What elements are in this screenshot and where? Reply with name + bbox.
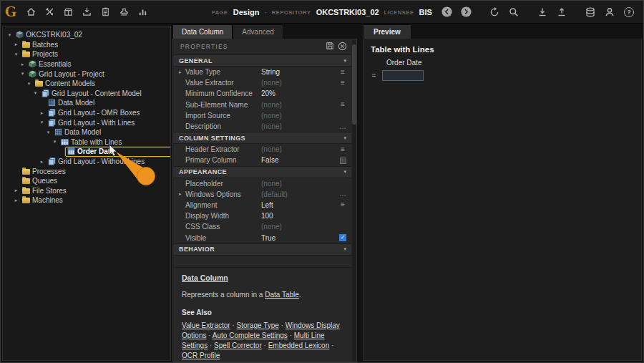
preview-cell-input[interactable] [382, 70, 424, 81]
refresh-icon[interactable] [486, 4, 503, 21]
tree-item-batches[interactable]: ▸Batches [3, 40, 170, 50]
expander-closed-icon[interactable]: ▸ [38, 110, 46, 116]
tree-item-queues[interactable]: Queues [3, 176, 170, 186]
property-value[interactable]: (none) [261, 223, 337, 231]
user-icon[interactable] [601, 4, 618, 21]
tree-item-grid-layout-project[interactable]: ▾Grid Layout - Project [3, 69, 170, 79]
grooper-logo[interactable]: G [1, 1, 21, 24]
expander-open-icon[interactable]: ▾ [25, 81, 33, 87]
search-icon[interactable] [505, 4, 522, 21]
save-icon[interactable] [326, 42, 334, 52]
property-value[interactable]: (none) [261, 79, 337, 87]
download-icon[interactable] [534, 4, 551, 21]
expander-open-icon[interactable]: ▾ [44, 130, 52, 135]
property-row-description[interactable]: Description(none)… [173, 121, 351, 132]
tree-item-grid-layout-without-lines[interactable]: ▸Grid Layout - Without Lines [3, 157, 170, 167]
menu-icon[interactable]: ≡ [337, 146, 348, 153]
checkbox-unchecked[interactable] [337, 157, 348, 164]
tree-item-order-date[interactable]: Order Date [3, 147, 170, 157]
property-row-windows-options[interactable]: ▸Windows Options(default)… [173, 189, 351, 200]
property-value[interactable]: String [261, 68, 337, 76]
property-value[interactable]: (none) [261, 112, 337, 120]
design-tools-icon[interactable] [41, 4, 58, 21]
help-icon[interactable]: ? [620, 4, 638, 21]
see-also-link-spell-corrector[interactable]: Spell Corrector [214, 342, 262, 349]
checkbox-checked[interactable]: ✓ [337, 234, 348, 241]
tree-item-machines[interactable]: ▸Machines [3, 195, 170, 205]
property-value[interactable]: (none) [261, 145, 337, 153]
tab-advanced[interactable]: Advanced [233, 24, 283, 39]
property-value[interactable]: Left [261, 201, 337, 209]
properties-scrollbar[interactable] [352, 40, 356, 362]
see-also-link-embedded-lexicon[interactable]: Embedded Lexicon [268, 342, 330, 349]
tree-item-okcstrki03-02[interactable]: ▾OKCSTRKI03_02 [3, 30, 170, 40]
property-value[interactable]: (none) [261, 101, 337, 109]
section-header-behavior[interactable]: BEHAVIOR▾ [173, 243, 351, 256]
expander-open-icon[interactable]: ▾ [38, 120, 46, 125]
row-expander-icon[interactable]: ▸ [179, 69, 185, 75]
tree-item-processes[interactable]: Processes [3, 166, 170, 176]
section-header-column-settings[interactable]: COLUMN SETTINGS▾ [173, 132, 351, 144]
property-value[interactable]: (none) [261, 122, 337, 130]
see-also-link-ocr-profile[interactable]: OCR Profile [182, 352, 220, 359]
expander-closed-icon[interactable]: ▸ [12, 188, 20, 193]
property-row-import-source[interactable]: Import Source(none) [173, 110, 351, 121]
property-row-sub-element-name[interactable]: Sub-Element Name(none)≡ [173, 100, 351, 110]
batches-icon[interactable] [59, 4, 77, 21]
section-header-appearance[interactable]: APPEARANCE▾ [173, 166, 351, 178]
tree-item-table-with-lines[interactable]: ▾Table with Lines [3, 137, 170, 147]
see-also-link-value-extractor[interactable]: Value Extractor [182, 321, 230, 329]
property-value[interactable]: 20% [261, 89, 337, 97]
expander-open-icon[interactable]: ▾ [6, 32, 14, 38]
home-icon[interactable] [22, 4, 39, 21]
property-value[interactable]: (default) [261, 190, 337, 198]
close-icon[interactable] [338, 42, 347, 52]
see-also-link-storage-type[interactable]: Storage Type [237, 321, 279, 329]
property-row-primary-column[interactable]: Primary ColumnFalse [173, 155, 351, 165]
expander-closed-icon[interactable]: ▸ [38, 159, 46, 165]
expander-open-icon[interactable]: ▾ [51, 139, 59, 145]
preview-column-header[interactable]: Order Date [386, 59, 634, 67]
data-table-link[interactable]: Data Table [265, 291, 299, 299]
property-row-css-class[interactable]: CSS Class(none) [173, 221, 351, 232]
ellipsis-icon[interactable]: … [337, 190, 348, 198]
import-icon[interactable] [78, 4, 95, 21]
tab-preview[interactable]: Preview [363, 24, 411, 39]
property-row-header-extractor[interactable]: Header Extractor(none)≡ [173, 144, 351, 155]
property-row-minimum-confidence[interactable]: Minimum Confidence20% [173, 88, 351, 99]
tree-item-grid-layout-omr-boxes[interactable]: ▸Grid Layout - OMR Boxes [3, 108, 170, 118]
property-value[interactable]: 100 [261, 212, 337, 220]
stats-icon[interactable] [134, 4, 151, 21]
filter-operator[interactable]: = [371, 72, 377, 79]
tree-item-grid-layout-content-model[interactable]: ▾Grid Layout - Content Model [3, 89, 170, 99]
menu-icon[interactable]: ≡ [337, 101, 348, 108]
row-expander-icon[interactable]: ▸ [179, 191, 185, 197]
ellipsis-icon[interactable]: … [337, 123, 348, 130]
see-also-link-auto-complete-settings[interactable]: Auto Complete Settings [213, 331, 288, 339]
menu-icon[interactable]: ≡ [337, 79, 348, 87]
docs-title-link[interactable]: Data Column [182, 274, 228, 282]
tree-item-file-stores[interactable]: ▸File Stores [3, 186, 170, 196]
tree-item-data-model[interactable]: Data Model [3, 98, 170, 108]
back-icon[interactable] [438, 4, 455, 21]
menu-icon[interactable]: ≡ [337, 69, 348, 76]
expander-open-icon[interactable]: ▾ [12, 52, 20, 57]
page-value[interactable]: Design [233, 8, 260, 16]
tree-item-projects[interactable]: ▾Projects [3, 49, 170, 59]
tree-item-essentials[interactable]: ▸Essentials [3, 59, 170, 69]
tab-data-column[interactable]: Data Column [172, 24, 233, 39]
property-value[interactable]: False [261, 156, 337, 164]
review-icon[interactable] [115, 4, 132, 21]
property-row-value-extractor[interactable]: Value Extractor(none)≡ [173, 77, 351, 88]
menu-icon[interactable]: ≡ [337, 201, 348, 208]
tree-item-content-models[interactable]: ▾Content Models [3, 79, 170, 89]
upload-icon[interactable] [553, 4, 570, 21]
repository-value[interactable]: OKCSTRKI03_02 [316, 8, 379, 16]
tree-item-data-model[interactable]: ▾Data Model [3, 127, 170, 137]
tasks-icon[interactable] [97, 4, 114, 21]
expander-closed-icon[interactable]: ▸ [19, 62, 26, 67]
expander-open-icon[interactable]: ▾ [31, 90, 39, 96]
forward-icon[interactable] [457, 4, 474, 21]
expander-closed-icon[interactable]: ▸ [12, 42, 20, 47]
section-header-general[interactable]: GENERAL▾ [173, 54, 351, 67]
